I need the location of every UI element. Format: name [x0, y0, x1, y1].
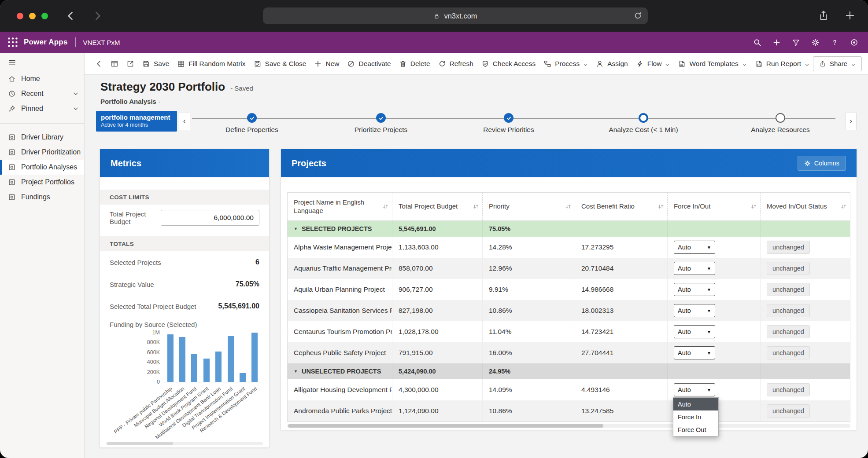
- check-access-button[interactable]: Check Access: [477, 56, 539, 72]
- save-and-close-button[interactable]: Save & Close: [250, 56, 310, 72]
- reload-page-button[interactable]: [633, 11, 643, 20]
- column-header-moved-in-out-status[interactable]: Moved In/Out Status: [760, 193, 850, 220]
- save-button[interactable]: Save: [138, 56, 173, 72]
- add-icon[interactable]: [769, 35, 783, 49]
- column-header-force-in-out[interactable]: Force In/Out: [667, 193, 760, 220]
- page-title: Strategy 2030 Portfolio: [100, 80, 225, 94]
- help-icon[interactable]: [827, 35, 842, 49]
- share-button[interactable]: Share: [813, 56, 862, 71]
- table-row[interactable]: Cassiopeia Sanitation Services Pro...827…: [288, 300, 850, 321]
- force-select[interactable]: Auto▼: [674, 241, 715, 254]
- caret-down-icon: ▼: [707, 287, 711, 292]
- collapse-caret-icon[interactable]: ▼: [294, 227, 298, 231]
- deactivate-button[interactable]: Deactivate: [343, 56, 395, 72]
- bpf-scroll-left-button[interactable]: [179, 113, 190, 130]
- column-header-project-name-in-english-language[interactable]: Project Name in English Language: [288, 193, 392, 220]
- table-row[interactable]: Centaurus Tourism Promotion Pro...1,028,…: [288, 321, 850, 342]
- sidebar-item-driver-prioritization[interactable]: Driver Prioritization: [0, 145, 84, 160]
- process-button[interactable]: Process: [539, 56, 592, 72]
- metrics-horizontal-scrollbar: [106, 442, 263, 445]
- project-name-cell: Andromeda Public Parks Project: [288, 400, 392, 421]
- table-row[interactable]: Alpha Waste Management Project1,133,603.…: [288, 237, 850, 258]
- environment-name[interactable]: VNEXT PxM: [83, 39, 120, 46]
- table-row[interactable]: Alligator Housing Development P...4,300,…: [288, 379, 850, 400]
- sidebar-item-driver-library[interactable]: Driver Library: [0, 130, 84, 145]
- force-select[interactable]: Auto▼: [674, 304, 715, 317]
- close-window-button[interactable]: [17, 13, 23, 19]
- popout-button[interactable]: [122, 56, 138, 72]
- module-icon: [8, 193, 16, 201]
- chart-bar: [251, 333, 258, 382]
- sidebar-item-label: Fundings: [21, 193, 50, 201]
- group-header-row-unselected[interactable]: ▼UNSELECTED PROJECTS5,424,090.0024.95%: [288, 363, 850, 379]
- force-select[interactable]: Auto▼: [674, 346, 715, 359]
- refresh-button[interactable]: Refresh: [434, 56, 477, 72]
- sidebar-item-fundings[interactable]: Fundings: [0, 190, 84, 205]
- dropdown-option-auto[interactable]: Auto: [673, 398, 718, 410]
- force-select[interactable]: Auto▼: [674, 383, 715, 396]
- assign-button[interactable]: Assign: [592, 56, 632, 72]
- word-templates-button[interactable]: Word Templates: [674, 56, 750, 72]
- bpf-stage-analyze-resources[interactable]: Analyze Resources: [728, 111, 833, 134]
- caret-down-icon: ▼: [707, 266, 711, 271]
- browser-back-button[interactable]: [64, 10, 77, 22]
- dropdown-option-force-out[interactable]: Force Out: [673, 423, 718, 436]
- home-icon: [8, 75, 16, 83]
- column-header-priority[interactable]: Priority: [482, 193, 575, 220]
- copilot-icon[interactable]: [847, 35, 861, 49]
- force-select[interactable]: Auto▼: [674, 262, 715, 275]
- column-header-total-project-budget[interactable]: Total Project Budget: [392, 193, 482, 220]
- show-as-table-button[interactable]: [107, 56, 122, 72]
- run-report-button[interactable]: Run Report: [751, 56, 813, 72]
- share-page-button[interactable]: [818, 10, 829, 21]
- bpf-stage-review-priorities[interactable]: Review Priorities: [456, 111, 561, 134]
- dropdown-option-force-in[interactable]: Force In: [673, 410, 718, 423]
- group-header-row-selected[interactable]: ▼SELECTED PROJECTS5,545,691.0075.05%: [288, 221, 850, 237]
- url-bar[interactable]: vn3xt.com: [263, 7, 648, 24]
- sidebar-item-recent[interactable]: Recent: [0, 86, 84, 101]
- columns-button[interactable]: Columns: [798, 156, 846, 171]
- bpf-scroll-right-button[interactable]: [845, 113, 857, 130]
- bpf-stage-analyze-cost-1-min[interactable]: Analyze Cost (< 1 Min): [591, 111, 696, 134]
- force-select-value: Auto: [678, 307, 691, 314]
- sidebar-item-portfolio-analyses[interactable]: Portfolio Analyses: [0, 160, 84, 175]
- flow-button[interactable]: Flow: [632, 56, 674, 72]
- filter-icon[interactable]: [789, 35, 803, 49]
- fill-random-matrix-button[interactable]: Fill Random Matrix: [173, 56, 249, 72]
- minimize-window-button[interactable]: [29, 13, 36, 19]
- new-button[interactable]: New: [310, 56, 343, 72]
- scrollbar-thumb[interactable]: [288, 424, 603, 428]
- collapse-caret-icon[interactable]: ▼: [294, 369, 298, 374]
- table-row[interactable]: Aquila Urban Planning Project906,727.009…: [288, 279, 850, 300]
- browser-forward-button[interactable]: [92, 10, 104, 22]
- force-select[interactable]: Auto▼: [674, 325, 715, 338]
- zoom-window-button[interactable]: [41, 13, 48, 19]
- column-header-label: Priority: [489, 202, 510, 211]
- business-process-flow: portfolio management Active for 4 months…: [96, 111, 857, 136]
- back-button[interactable]: [91, 56, 107, 72]
- stage-circle: [776, 113, 785, 123]
- waffle-icon[interactable]: [6, 36, 19, 49]
- table-row[interactable]: Aquarius Traffic Management Pro...858,07…: [288, 258, 850, 279]
- sidebar-item-pinned[interactable]: Pinned: [0, 101, 84, 116]
- menu-toggle-button[interactable]: [0, 53, 84, 71]
- bpf-stage-prioritize-projects[interactable]: Prioritize Projects: [328, 111, 434, 134]
- settings-icon[interactable]: [808, 35, 822, 49]
- app-brand[interactable]: Power Apps: [24, 38, 68, 47]
- table-row[interactable]: Andromeda Public Parks Project1,124,090.…: [288, 400, 850, 421]
- force-select[interactable]: Auto▼: [674, 283, 715, 296]
- status-cell: unchanged: [760, 400, 850, 421]
- scrollbar-thumb[interactable]: [107, 442, 173, 445]
- sidebar-item-home[interactable]: Home: [0, 71, 84, 86]
- process-badge[interactable]: portfolio management Active for 4 months: [96, 111, 177, 132]
- caret-down-icon: ▼: [707, 351, 711, 355]
- search-icon[interactable]: [750, 35, 764, 49]
- delete-button[interactable]: Delete: [395, 56, 434, 72]
- column-header-cost-benefit-ratio[interactable]: Cost Benefit Ratio: [575, 193, 667, 220]
- sidebar-item-project-portfolios[interactable]: Project Portfolios: [0, 175, 84, 190]
- bpf-stage-define-properties[interactable]: Define Properties: [199, 111, 305, 134]
- total-project-budget-input[interactable]: [161, 210, 259, 226]
- force-cell: Auto▼AutoForce InForce Out: [667, 379, 760, 400]
- table-row[interactable]: Cepheus Public Safety Project791,915.001…: [288, 342, 850, 363]
- new-tab-button[interactable]: [844, 10, 856, 21]
